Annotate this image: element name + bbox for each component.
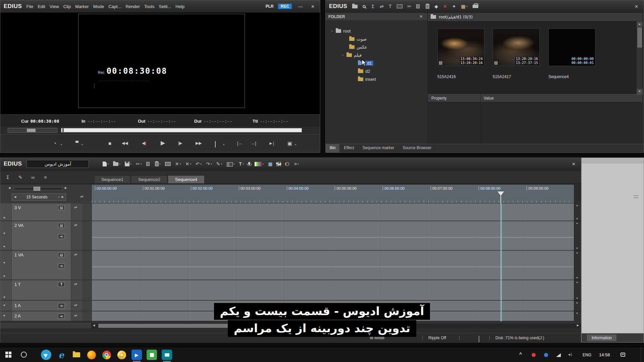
timeline-ruler[interactable]: 00:00:00:00 00:01:00:00 00:02:00:00 00:0…: [92, 185, 574, 203]
lane-3v[interactable]: [92, 203, 574, 221]
send-to-timeline-button[interactable]: ▣: [287, 141, 292, 146]
firefox-icon[interactable]: [86, 350, 97, 360]
file-explorer-icon[interactable]: [71, 350, 82, 360]
title-icon[interactable]: T: [239, 162, 242, 166]
tab-sequence2[interactable]: Sequence2: [131, 175, 168, 183]
menu-mode[interactable]: Mode: [93, 4, 104, 9]
menu-edit[interactable]: Edit: [38, 4, 45, 9]
scale-next-icon[interactable]: ▶: [62, 196, 64, 198]
copy-icon[interactable]: [146, 162, 151, 166]
rail-up-icon[interactable]: ▲: [576, 204, 578, 206]
expand-audio-icon[interactable]: ▸: [4, 245, 5, 248]
menu-capture[interactable]: Capt...: [108, 4, 121, 9]
clip-card[interactable]: ▤ 13:20:20:16 13:27:37:15 515A2417: [491, 23, 541, 90]
scroll-thumb[interactable]: [637, 27, 642, 48]
jog-slider[interactable]: [8, 128, 57, 133]
tree-item-d1[interactable]: d1: [326, 59, 427, 67]
rail-up-icon[interactable]: ▲: [576, 251, 578, 254]
tree-item-sound[interactable]: صوت: [326, 35, 427, 43]
action-center-icon[interactable]: [621, 353, 625, 357]
undo-icon[interactable]: ↶: [196, 162, 200, 166]
rail-up-icon[interactable]: ▲: [576, 281, 578, 283]
tab-sequence1[interactable]: Sequence1: [94, 175, 131, 183]
fast-forward-button[interactable]: ▶▶: [196, 141, 202, 145]
voiceover-mic-icon[interactable]: [248, 162, 250, 166]
menu-group[interactable]: ≡▾: [294, 162, 299, 166]
tree-item-d2[interactable]: d2: [326, 67, 427, 75]
expand-audio-icon[interactable]: ▸: [4, 274, 5, 278]
expand-track-icon[interactable]: ▸: [4, 231, 5, 235]
trim-mode-icon[interactable]: ✎: [18, 175, 22, 180]
jog-thumb[interactable]: [27, 129, 36, 132]
track-header-1va[interactable]: ▸ ▸ 1 VA ▤ ◄) ⇌: [0, 251, 92, 280]
cut-icon[interactable]: ✂: [136, 162, 140, 166]
close-button[interactable]: ✕: [309, 4, 317, 9]
preview-caret-icon[interactable]: ▾: [223, 143, 224, 146]
menu-settings[interactable]: Setti...: [159, 4, 171, 9]
scroll-up-icon[interactable]: ▲: [637, 21, 643, 27]
timescale-select[interactable]: ◀ 15 Seconds ▾ ▶: [12, 193, 66, 201]
sync-swap-icon[interactable]: ⇌: [80, 195, 83, 198]
tray-chevron-icon[interactable]: ^: [519, 352, 522, 357]
network-icon[interactable]: [556, 353, 561, 357]
menu-render[interactable]: Render: [125, 4, 140, 9]
edge-icon[interactable]: e: [56, 350, 66, 360]
player-monitor-icon[interactable]: [397, 4, 402, 8]
expand-track-icon[interactable]: ▸: [4, 261, 5, 264]
start-button[interactable]: [5, 352, 11, 358]
up-folder-icon[interactable]: ↥: [371, 4, 375, 9]
language-indicator[interactable]: ENG: [583, 353, 591, 357]
list-menu-icon[interactable]: ≡: [294, 162, 297, 166]
scale-prev-icon[interactable]: ◀: [14, 196, 16, 198]
tab-sequence-marker[interactable]: Sequence marker: [359, 144, 399, 153]
add-clip-icon[interactable]: [165, 162, 171, 166]
chrome-icon[interactable]: [101, 350, 112, 360]
effect-icon[interactable]: ✦: [452, 4, 456, 9]
colorbar-group[interactable]: ▾: [255, 162, 264, 166]
redo-icon[interactable]: ↷: [206, 162, 210, 166]
menu-clip[interactable]: Clip: [63, 4, 71, 9]
jog-caret-icon[interactable]: ▾: [61, 143, 62, 146]
menu-help[interactable]: Help: [175, 4, 184, 9]
track-header-3v[interactable]: ▸ 3 V ▤ ⇌: [0, 203, 92, 221]
open-group[interactable]: ▾: [113, 162, 120, 166]
scale-caret-icon[interactable]: ▾: [58, 196, 60, 199]
tree-item-film[interactable]: −فیلم: [326, 51, 427, 59]
expand-track-icon[interactable]: ▸: [4, 216, 5, 219]
group-mode-icon[interactable]: ≡: [44, 175, 47, 180]
tab-effect[interactable]: Effect: [340, 144, 358, 153]
rewind-button[interactable]: ◀◀: [122, 141, 128, 145]
tray-record-icon[interactable]: [532, 353, 536, 357]
sync-lock-icon[interactable]: ⇌: [74, 282, 77, 286]
stop-button[interactable]: ■: [108, 141, 111, 146]
clock[interactable]: 14:58: [599, 352, 610, 357]
mixer-icon[interactable]: [277, 162, 281, 166]
collapse-icon[interactable]: −: [341, 53, 344, 57]
minimize-button[interactable]: —: [296, 4, 305, 9]
menu-view[interactable]: View: [50, 4, 59, 9]
collapse-icon[interactable]: −: [330, 29, 334, 33]
telegram-icon[interactable]: [41, 350, 51, 360]
step-forward-button[interactable]: |▶: [178, 141, 182, 145]
green-app-icon[interactable]: [147, 350, 157, 360]
close-button[interactable]: ✕: [570, 161, 578, 167]
rail-down-icon[interactable]: ▼: [576, 218, 578, 220]
set-out-button[interactable]: →]: [251, 141, 256, 145]
toolbox-icon[interactable]: [473, 5, 478, 8]
delete-group[interactable]: ✕▾: [175, 162, 181, 166]
panel-handle[interactable]: [634, 195, 638, 196]
clip-card[interactable]: 00:00:00:00 00:00:00:01 Sequence4: [547, 23, 597, 90]
track-header-2va[interactable]: ▸ ▸ 2 VA ▤ ◄) ⇌: [0, 221, 92, 251]
zoom-in-icon[interactable]: ▶: [65, 187, 67, 189]
rail-down-icon[interactable]: ▼: [576, 277, 578, 279]
lane-1t[interactable]: [92, 280, 574, 301]
bin-path-bar[interactable]: root/فیلم/d1 (0/3): [428, 13, 642, 21]
grid-icon[interactable]: ▦: [268, 162, 272, 166]
title-group[interactable]: T▾: [239, 162, 244, 166]
trim-icon[interactable]: ✎: [216, 162, 220, 166]
video-mute-icon[interactable]: ▤: [58, 205, 65, 210]
show-desktop-button[interactable]: [641, 347, 641, 362]
playhead-marker[interactable]: [497, 191, 504, 196]
paste-group[interactable]: ▾: [155, 162, 161, 166]
next-edit-button[interactable]: ►|: [269, 141, 274, 145]
